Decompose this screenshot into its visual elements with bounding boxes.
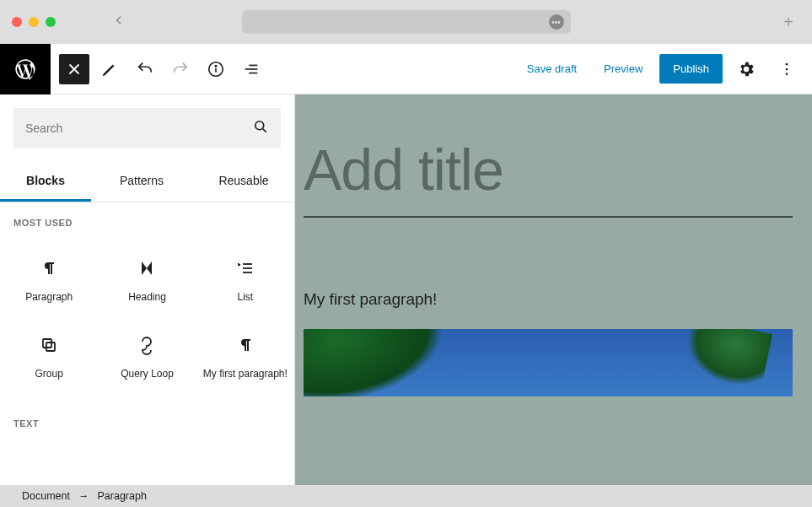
svg-point-9 xyxy=(786,67,788,70)
editor-canvas[interactable]: Add title My first paragraph! xyxy=(295,94,812,485)
post-title-input[interactable]: Add title xyxy=(304,137,804,202)
save-draft-button[interactable]: Save draft xyxy=(517,54,587,84)
editor-toolbar: Save draft Preview Publish xyxy=(0,44,812,94)
undo-button[interactable] xyxy=(130,54,160,84)
block-heading[interactable]: Heading xyxy=(98,243,196,320)
traffic-lights xyxy=(12,17,56,27)
block-list-label: List xyxy=(237,290,253,305)
outline-button[interactable] xyxy=(236,54,266,84)
svg-point-4 xyxy=(215,65,216,66)
breadcrumb: Document → Paragraph xyxy=(0,485,812,507)
block-query-loop[interactable]: Query Loop xyxy=(98,320,196,396)
section-most-used: MOST USED xyxy=(0,202,294,236)
publish-button[interactable]: Publish xyxy=(659,54,723,84)
svg-rect-16 xyxy=(43,339,51,348)
maximize-window-button[interactable] xyxy=(46,17,56,27)
search-icon[interactable] xyxy=(252,118,269,138)
toggle-inserter-button[interactable] xyxy=(59,54,89,84)
browser-url-bar[interactable]: ••• xyxy=(242,10,571,34)
block-group-label: Group xyxy=(35,367,62,381)
browser-back-button[interactable] xyxy=(111,13,126,31)
block-group[interactable]: Group xyxy=(0,320,98,396)
minimize-window-button[interactable] xyxy=(29,17,39,27)
inserter-tabs: Blocks Patterns Reusable xyxy=(0,162,294,202)
svg-point-10 xyxy=(786,73,788,75)
breadcrumb-document[interactable]: Document xyxy=(22,490,70,502)
block-heading-label: Heading xyxy=(128,290,166,305)
chevron-right-icon: → xyxy=(78,490,89,502)
image-block[interactable] xyxy=(304,329,793,396)
block-query-loop-label: Query Loop xyxy=(121,367,174,381)
block-paragraph-label: Paragraph xyxy=(25,290,73,305)
breadcrumb-current[interactable]: Paragraph xyxy=(97,490,146,502)
section-text: TEXT xyxy=(0,403,294,437)
search-input[interactable] xyxy=(25,121,252,135)
settings-button[interactable] xyxy=(729,52,763,86)
toolbar-left-group xyxy=(59,54,266,84)
block-inserter-panel: Blocks Patterns Reusable MOST USED Parag… xyxy=(0,94,295,485)
editor-main: Blocks Patterns Reusable MOST USED Parag… xyxy=(0,94,812,485)
wordpress-logo[interactable] xyxy=(0,44,51,94)
block-my-first-paragraph-label: My first paragraph! xyxy=(203,367,288,381)
browser-new-tab-button[interactable]: + xyxy=(783,13,793,32)
redo-button[interactable] xyxy=(165,54,196,84)
tools-button[interactable] xyxy=(94,54,125,84)
canvas-inner: Add title My first paragraph! xyxy=(295,94,812,396)
block-my-first-paragraph[interactable]: My first paragraph! xyxy=(196,320,294,396)
search-wrap xyxy=(0,94,294,162)
palm-decoration xyxy=(678,329,772,392)
title-underline xyxy=(304,216,793,218)
paragraph-block[interactable]: My first paragraph! xyxy=(304,290,804,309)
url-options-icon[interactable]: ••• xyxy=(549,14,564,30)
block-list[interactable]: List xyxy=(196,243,294,320)
tab-reusable[interactable]: Reusable xyxy=(192,162,295,202)
details-button[interactable] xyxy=(201,54,231,84)
tab-patterns[interactable]: Patterns xyxy=(91,162,192,202)
svg-line-12 xyxy=(263,129,266,132)
search-box xyxy=(13,108,281,148)
tab-blocks[interactable]: Blocks xyxy=(0,162,91,202)
block-paragraph[interactable]: Paragraph xyxy=(0,243,98,320)
preview-button[interactable]: Preview xyxy=(594,54,653,84)
palm-decoration xyxy=(304,329,451,396)
close-window-button[interactable] xyxy=(12,17,22,27)
block-grid-most-used: Paragraph Heading List Group Query Loop … xyxy=(0,236,294,403)
svg-point-8 xyxy=(786,62,788,65)
toolbar-right-group: Save draft Preview Publish xyxy=(517,52,804,86)
svg-rect-17 xyxy=(46,342,55,351)
browser-chrome: ••• + xyxy=(0,0,812,44)
svg-point-11 xyxy=(255,121,264,130)
more-options-button[interactable] xyxy=(770,52,804,86)
